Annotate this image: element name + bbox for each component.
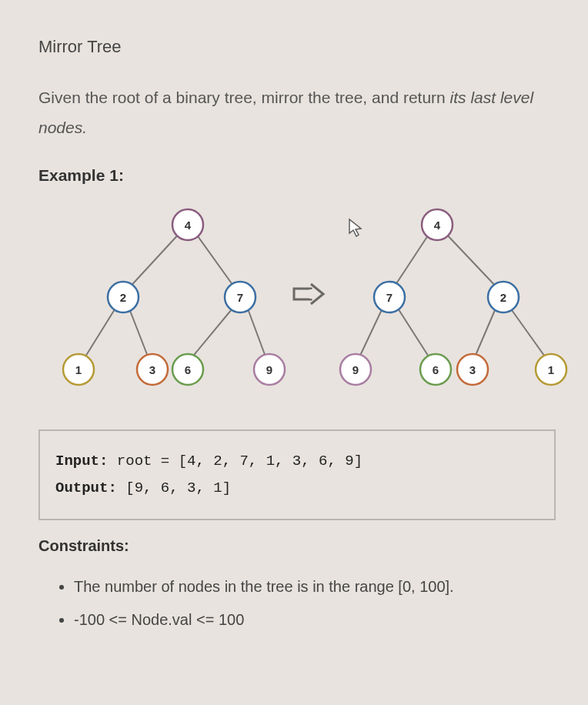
node-val: 9 [266,363,272,376]
svg-line-19 [474,305,497,359]
svg-line-1 [194,231,237,291]
arrow-icon [291,282,326,306]
svg-rect-14 [309,289,313,299]
svg-line-4 [191,305,236,359]
problem-description: Given the root of a binary tree, mirror … [38,83,556,143]
node-val: 4 [185,218,192,231]
node-val: 6 [185,363,191,376]
svg-line-0 [126,231,182,291]
node-val: 1 [75,363,82,376]
right-tree: 4 7 2 9 6 3 1 [323,206,577,406]
svg-line-15 [393,231,431,289]
svg-line-2 [83,303,119,360]
node-val: 6 [433,363,439,376]
svg-line-5 [246,305,266,359]
problem-title: Mirror Tree [38,37,556,57]
svg-line-18 [396,305,431,360]
example-heading: Example 1: [38,166,556,185]
constraint-item: The number of nodes in the tree is in th… [74,572,556,602]
svg-line-3 [128,305,149,360]
constraints-list: The number of nodes in the tree is in th… [38,572,556,635]
tree-diagram: 4 2 7 1 3 6 9 [38,206,562,406]
desc-text-1: Given the root of a binary tree, mirror … [38,89,450,106]
node-val: 7 [237,290,243,303]
svg-rect-13 [294,289,311,299]
left-tree: 4 2 7 1 3 6 9 [38,206,292,406]
node-val: 2 [120,290,126,303]
node-val: 3 [469,363,476,376]
svg-line-20 [508,305,546,359]
input-value: root = [4, 2, 7, 1, 3, 6, 9] [108,453,362,469]
example-code: Input: root = [4, 2, 7, 1, 3, 6, 9] Outp… [38,429,556,520]
output-label: Output: [55,479,117,496]
problem-page: Mirror Tree Given the root of a binary t… [0,0,588,635]
node-val: 2 [500,290,506,303]
node-val: 9 [352,363,359,376]
node-val: 1 [548,363,554,376]
input-label: Input: [55,453,108,469]
output-value: [9, 6, 3, 1] [117,479,231,496]
node-val: 3 [149,363,155,376]
node-val: 4 [434,218,441,231]
constraints-heading: Constraints: [38,537,556,555]
node-val: 7 [386,290,393,303]
svg-line-16 [443,231,499,289]
svg-line-17 [359,303,385,359]
constraint-item: -100 <= Node.val <= 100 [74,605,556,635]
